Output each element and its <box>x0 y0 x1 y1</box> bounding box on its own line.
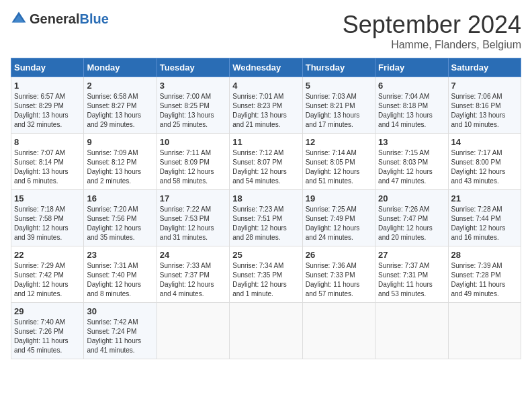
day-number: 7 <box>451 81 518 91</box>
day-info: Sunrise: 7:15 AMSunset: 8:03 PMDaylight:… <box>378 148 445 186</box>
table-row: 5Sunrise: 7:03 AMSunset: 8:21 PMDaylight… <box>302 77 375 134</box>
day-info: Sunrise: 7:06 AMSunset: 8:16 PMDaylight:… <box>451 92 518 130</box>
calendar-week-row: 15Sunrise: 7:18 AMSunset: 7:58 PMDayligh… <box>11 190 521 246</box>
day-info: Sunrise: 7:40 AMSunset: 7:26 PMDaylight:… <box>14 318 81 355</box>
day-info: Sunrise: 7:20 AMSunset: 7:56 PMDaylight:… <box>87 205 153 242</box>
day-info: Sunrise: 7:39 AMSunset: 7:28 PMDaylight:… <box>451 261 518 299</box>
day-number: 16 <box>87 193 153 203</box>
table-row <box>157 303 229 359</box>
table-row <box>448 303 521 359</box>
day-info: Sunrise: 7:18 AMSunset: 7:58 PMDaylight:… <box>14 205 81 242</box>
day-number: 2 <box>87 81 153 91</box>
day-info: Sunrise: 7:28 AMSunset: 7:44 PMDaylight:… <box>451 205 518 242</box>
day-info: Sunrise: 7:23 AMSunset: 7:51 PMDaylight:… <box>232 205 299 242</box>
table-row: 16Sunrise: 7:20 AMSunset: 7:56 PMDayligh… <box>84 190 157 246</box>
day-info: Sunrise: 7:22 AMSunset: 7:53 PMDaylight:… <box>160 205 226 242</box>
day-number: 19 <box>306 193 372 203</box>
table-row: 2Sunrise: 6:58 AMSunset: 8:27 PMDaylight… <box>84 77 157 134</box>
calendar-header-row: Sunday Monday Tuesday Wednesday Thursday… <box>11 58 521 77</box>
table-row: 12Sunrise: 7:14 AMSunset: 8:05 PMDayligh… <box>302 134 375 190</box>
day-number: 22 <box>14 250 81 260</box>
day-number: 15 <box>14 193 81 203</box>
day-info: Sunrise: 7:03 AMSunset: 8:21 PMDaylight:… <box>306 92 372 130</box>
header-friday: Friday <box>375 58 448 77</box>
table-row: 25Sunrise: 7:34 AMSunset: 7:35 PMDayligh… <box>230 246 302 303</box>
table-row <box>230 303 302 359</box>
table-row <box>302 303 375 359</box>
day-number: 18 <box>232 193 299 203</box>
table-row: 30Sunrise: 7:42 AMSunset: 7:24 PMDayligh… <box>84 303 157 359</box>
day-number: 13 <box>378 137 445 147</box>
day-info: Sunrise: 7:29 AMSunset: 7:42 PMDaylight:… <box>14 261 81 299</box>
header-thursday: Thursday <box>302 58 375 77</box>
day-number: 25 <box>232 250 299 260</box>
table-row: 20Sunrise: 7:26 AMSunset: 7:47 PMDayligh… <box>375 190 448 246</box>
table-row: 24Sunrise: 7:33 AMSunset: 7:37 PMDayligh… <box>157 246 229 303</box>
day-info: Sunrise: 7:11 AMSunset: 8:09 PMDaylight:… <box>160 148 226 186</box>
day-info: Sunrise: 7:25 AMSunset: 7:49 PMDaylight:… <box>306 205 372 242</box>
calendar-table: Sunday Monday Tuesday Wednesday Thursday… <box>11 58 521 359</box>
day-number: 6 <box>378 81 445 91</box>
day-number: 21 <box>451 193 518 203</box>
day-info: Sunrise: 7:14 AMSunset: 8:05 PMDaylight:… <box>306 148 372 186</box>
day-number: 29 <box>14 306 81 316</box>
table-row: 4Sunrise: 7:01 AMSunset: 8:23 PMDaylight… <box>230 77 302 134</box>
table-row: 6Sunrise: 7:04 AMSunset: 8:18 PMDaylight… <box>375 77 448 134</box>
day-info: Sunrise: 7:01 AMSunset: 8:23 PMDaylight:… <box>232 92 299 130</box>
table-row: 28Sunrise: 7:39 AMSunset: 7:28 PMDayligh… <box>448 246 521 303</box>
table-row: 23Sunrise: 7:31 AMSunset: 7:40 PMDayligh… <box>84 246 157 303</box>
table-row: 9Sunrise: 7:09 AMSunset: 8:12 PMDaylight… <box>84 134 157 190</box>
table-row: 22Sunrise: 7:29 AMSunset: 7:42 PMDayligh… <box>11 246 84 303</box>
table-row: 13Sunrise: 7:15 AMSunset: 8:03 PMDayligh… <box>375 134 448 190</box>
header-tuesday: Tuesday <box>157 58 229 77</box>
table-row: 7Sunrise: 7:06 AMSunset: 8:16 PMDaylight… <box>448 77 521 134</box>
table-row: 15Sunrise: 7:18 AMSunset: 7:58 PMDayligh… <box>11 190 84 246</box>
table-row: 21Sunrise: 7:28 AMSunset: 7:44 PMDayligh… <box>448 190 521 246</box>
day-info: Sunrise: 7:33 AMSunset: 7:37 PMDaylight:… <box>160 261 226 299</box>
day-info: Sunrise: 6:58 AMSunset: 8:27 PMDaylight:… <box>87 92 153 130</box>
table-row <box>375 303 448 359</box>
day-info: Sunrise: 7:42 AMSunset: 7:24 PMDaylight:… <box>87 318 153 355</box>
table-row: 29Sunrise: 7:40 AMSunset: 7:26 PMDayligh… <box>11 303 84 359</box>
day-info: Sunrise: 6:57 AMSunset: 8:29 PMDaylight:… <box>14 92 81 130</box>
day-number: 4 <box>232 81 299 91</box>
month-title: September 2024 <box>343 11 521 39</box>
day-info: Sunrise: 7:00 AMSunset: 8:25 PMDaylight:… <box>160 92 226 130</box>
day-info: Sunrise: 7:07 AMSunset: 8:14 PMDaylight:… <box>14 148 81 186</box>
table-row: 19Sunrise: 7:25 AMSunset: 7:49 PMDayligh… <box>302 190 375 246</box>
table-row: 27Sunrise: 7:37 AMSunset: 7:31 PMDayligh… <box>375 246 448 303</box>
calendar-week-row: 29Sunrise: 7:40 AMSunset: 7:26 PMDayligh… <box>11 303 521 359</box>
table-row: 17Sunrise: 7:22 AMSunset: 7:53 PMDayligh… <box>157 190 229 246</box>
day-number: 14 <box>451 137 518 147</box>
table-row: 11Sunrise: 7:12 AMSunset: 8:07 PMDayligh… <box>230 134 302 190</box>
day-number: 30 <box>87 306 153 316</box>
calendar-week-row: 8Sunrise: 7:07 AMSunset: 8:14 PMDaylight… <box>11 134 521 190</box>
day-number: 8 <box>14 137 81 147</box>
day-number: 12 <box>306 137 372 147</box>
table-row: 14Sunrise: 7:17 AMSunset: 8:00 PMDayligh… <box>448 134 521 190</box>
header: GeneralBlue September 2024 Hamme, Flande… <box>11 11 521 51</box>
calendar-week-row: 22Sunrise: 7:29 AMSunset: 7:42 PMDayligh… <box>11 246 521 303</box>
day-info: Sunrise: 7:31 AMSunset: 7:40 PMDaylight:… <box>87 261 153 299</box>
day-number: 10 <box>160 137 226 147</box>
header-monday: Monday <box>84 58 157 77</box>
day-number: 9 <box>87 137 153 147</box>
day-number: 3 <box>160 81 226 91</box>
title-area: September 2024 Hamme, Flanders, Belgium <box>343 11 521 51</box>
day-info: Sunrise: 7:26 AMSunset: 7:47 PMDaylight:… <box>378 205 445 242</box>
table-row: 26Sunrise: 7:36 AMSunset: 7:33 PMDayligh… <box>302 246 375 303</box>
table-row: 18Sunrise: 7:23 AMSunset: 7:51 PMDayligh… <box>230 190 302 246</box>
logo-text: GeneralBlue <box>30 11 109 27</box>
day-number: 27 <box>378 250 445 260</box>
table-row: 10Sunrise: 7:11 AMSunset: 8:09 PMDayligh… <box>157 134 229 190</box>
logo: GeneralBlue <box>11 11 109 27</box>
day-info: Sunrise: 7:04 AMSunset: 8:18 PMDaylight:… <box>378 92 445 130</box>
header-wednesday: Wednesday <box>230 58 302 77</box>
header-saturday: Saturday <box>448 58 521 77</box>
day-info: Sunrise: 7:12 AMSunset: 8:07 PMDaylight:… <box>232 148 299 186</box>
day-number: 20 <box>378 193 445 203</box>
day-number: 5 <box>306 81 372 91</box>
day-number: 23 <box>87 250 153 260</box>
day-info: Sunrise: 7:37 AMSunset: 7:31 PMDaylight:… <box>378 261 445 299</box>
day-number: 24 <box>160 250 226 260</box>
